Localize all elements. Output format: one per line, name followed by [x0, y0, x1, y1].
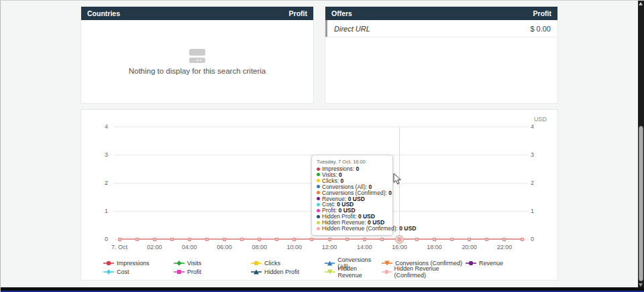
chart-plot-area: USD Tuesday, 7 Oct, 16:00 Impressions: 0… [81, 110, 557, 280]
series-color-dot [317, 227, 320, 230]
x-axis-label: 16:00 [384, 244, 414, 250]
x-axis-tick [119, 239, 120, 242]
x-axis-label: 04:00 [174, 244, 204, 250]
series-color-dot [317, 167, 320, 171]
countries-panel: Countries Profit Nothing to display for … [80, 6, 314, 104]
series-color-dot [317, 203, 320, 206]
y-axis-label-right: 1 [531, 208, 547, 214]
legend-item-hidden-profit[interactable]: Hidden Profit [251, 265, 325, 279]
legend-item-label: Cost [117, 269, 129, 275]
chart-tooltip: Tuesday, 7 Oct, 16:00 Impressions: 0Visi… [311, 155, 393, 236]
x-axis-label: 10:00 [280, 244, 309, 250]
scrollbar-thumb[interactable] [639, 126, 643, 281]
vertical-scrollbar[interactable] [638, 1, 644, 289]
y-axis-label-right: 2 [531, 179, 547, 186]
x-axis-tick [189, 239, 190, 242]
y-axis-label-left: 2 [81, 179, 108, 186]
empty-state-icon [189, 49, 206, 63]
x-axis-label: 7. Oct [105, 244, 134, 250]
countries-title: Countries [87, 9, 120, 17]
series-line [119, 238, 522, 240]
chart-point[interactable] [136, 238, 139, 241]
offer-profit-value: $ 0.00 [530, 25, 551, 33]
legend-item-label: Hidden Profit [264, 269, 299, 275]
offer-name: Direct URL [334, 25, 370, 33]
chart-point[interactable] [521, 238, 524, 241]
legend-item-hidden-revenue[interactable]: Hidden Revenue [325, 265, 382, 279]
app-window: Countries Profit Nothing to display for … [0, 0, 644, 292]
x-axis-tick [364, 239, 365, 242]
y-axis-label-left: 4 [81, 123, 108, 130]
x-axis-tick [260, 239, 260, 242]
countries-profit-column-label: Profit [289, 9, 307, 17]
offers-panel: Offers Profit Direct URL $ 0.00 [325, 6, 558, 104]
chart-point[interactable] [380, 238, 384, 241]
x-axis-label: 22:00 [490, 244, 519, 250]
legend-item-profit[interactable]: Profit [174, 265, 251, 279]
chart-point[interactable] [345, 238, 349, 241]
y-gridline [114, 127, 529, 127]
x-axis-label: 06:00 [210, 244, 239, 250]
x-axis-label: 14:00 [350, 244, 379, 250]
chart-point[interactable] [310, 238, 313, 241]
x-axis-tick [154, 239, 155, 242]
y-axis-label-right: 3 [531, 151, 547, 158]
chart-point[interactable] [450, 238, 453, 241]
table-row[interactable]: Direct URL $ 0.00 [325, 20, 557, 38]
chart-point[interactable] [415, 238, 419, 241]
series-color-dot [317, 215, 320, 218]
x-axis-label: 20:00 [455, 244, 484, 250]
offers-panel-header: Offers Profit [325, 7, 557, 20]
x-axis-tick [294, 239, 295, 242]
series-color-dot [317, 173, 320, 176]
tooltip-title: Tuesday, 7 Oct, 16:00 [317, 159, 388, 165]
row-scroll-indicator [325, 20, 327, 37]
legend-item-hidden-revenue-confirmed[interactable]: Hidden Revenue (Confirmed) [382, 265, 466, 279]
x-axis-tick [329, 239, 330, 242]
series-color-dot [317, 197, 320, 200]
scrollbar-down-arrow-icon[interactable] [639, 283, 643, 287]
y-axis-label-left: 0 [81, 236, 108, 242]
x-axis-tick [435, 239, 435, 242]
y-axis-label-left: 1 [81, 208, 108, 214]
series-color-dot [317, 185, 320, 188]
chart-legend-row: CostProfitHidden ProfitHidden RevenueHid… [103, 265, 551, 279]
series-color-dot [317, 179, 320, 182]
legend-item-cost[interactable]: Cost [103, 265, 174, 279]
offers-profit-column-label: Profit [533, 9, 551, 17]
hovered-chart-point[interactable] [395, 235, 404, 244]
legend-marker-icon [174, 269, 184, 275]
legend-item-label: Profit [187, 269, 201, 275]
countries-empty-state: Nothing to display for this search crite… [81, 20, 313, 104]
legend-item-label: Hidden Revenue [338, 265, 382, 279]
y-axis-label-right: 0 [531, 236, 547, 242]
x-axis-label: 02:00 [140, 244, 169, 250]
legend-marker-icon [325, 269, 335, 275]
empty-state-text: Nothing to display for this search crite… [129, 67, 266, 75]
legend-item-label: Hidden Revenue (Confirmed) [394, 265, 466, 279]
chart-panel: USD Tuesday, 7 Oct, 16:00 Impressions: 0… [80, 109, 558, 281]
legend-marker-icon [382, 269, 392, 275]
chart-point[interactable] [170, 238, 174, 241]
series-color-dot [317, 221, 320, 224]
x-axis-label: 18:00 [420, 244, 449, 250]
x-axis-label: 08:00 [245, 244, 274, 250]
chart-point[interactable] [205, 238, 209, 241]
x-axis-label: 12:00 [315, 244, 344, 250]
x-axis-tick [504, 239, 505, 242]
chart-point[interactable] [275, 238, 278, 241]
y-axis-unit-label: USD [516, 116, 547, 123]
series-color-dot [317, 209, 320, 212]
y-axis-label-right: 4 [531, 123, 547, 130]
offers-title: Offers [331, 9, 352, 17]
legend-marker-icon [103, 269, 114, 275]
chart-point[interactable] [485, 238, 488, 241]
series-color-dot [317, 191, 320, 194]
countries-panel-header: Countries Profit [81, 7, 313, 20]
chart-point[interactable] [240, 238, 244, 241]
tooltip-series-row: Hidden Revenue (Confirmed): 0 USD [317, 226, 388, 232]
x-axis-tick [225, 239, 225, 242]
scrollbar-up-arrow-icon[interactable] [639, 2, 643, 5]
legend-marker-icon [251, 269, 262, 275]
y-axis-label-left: 3 [81, 151, 108, 158]
